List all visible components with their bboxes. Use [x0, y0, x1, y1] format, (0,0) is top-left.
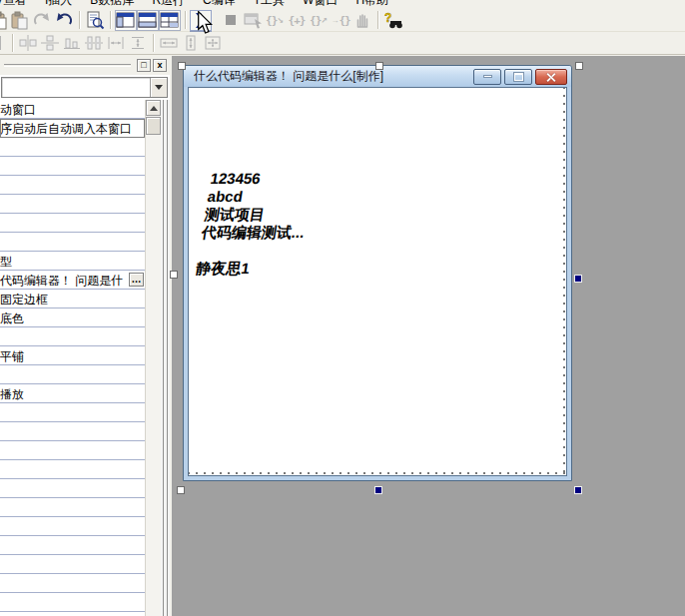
property-row-21[interactable] [0, 498, 145, 517]
menu-item-2[interactable]: B数据库 [81, 0, 143, 8]
selection-handle-mid-right[interactable] [574, 275, 582, 283]
property-grid: 动窗口序启动后自动调入本窗口型代码编辑器！ 问题是什…固定边框底色平铺播放 [0, 100, 145, 616]
selection-handle-top-right[interactable] [575, 62, 583, 70]
property-row-9[interactable]: 代码编辑器！ 问题是什… [0, 271, 145, 290]
property-row-text: 型 [0, 255, 12, 269]
property-row-text: 动窗口 [0, 103, 36, 117]
form-minimize-button[interactable] [473, 69, 501, 85]
help-search-icon[interactable]: ? [382, 10, 404, 31]
selection-handle-bottom-left[interactable] [177, 486, 185, 494]
align-bottom-icon [61, 33, 83, 54]
selection-handle-top-left[interactable] [178, 62, 186, 70]
panel-grip [4, 64, 131, 67]
same-height-icon [180, 33, 202, 54]
view-source-icon[interactable] [84, 10, 106, 31]
form-text-line-3: 代码编辑测试... [201, 224, 306, 242]
menu-item-7[interactable]: H帮助 [346, 0, 397, 8]
property-row-text: 平铺 [0, 349, 24, 363]
panel-titlebar[interactable]: □ x [0, 56, 170, 75]
form-close-button[interactable] [535, 69, 567, 85]
center-horizontal-icon [17, 33, 39, 54]
toolbar-separator [185, 11, 186, 29]
selection-handle-top-center[interactable] [375, 62, 383, 70]
layout-grid-icon[interactable] [159, 10, 181, 31]
clipboard-cut-icon[interactable] [0, 10, 9, 31]
panel-close-button[interactable]: x [153, 59, 167, 72]
property-row-18[interactable] [0, 441, 145, 460]
step-out-icon: {}↗ [308, 10, 330, 31]
menu-item-5[interactable]: T工具 [245, 0, 294, 8]
panel-maximize-button[interactable]: □ [137, 59, 151, 72]
menu-item-4[interactable]: C编译 [194, 0, 245, 8]
property-row-text: 底色 [0, 311, 24, 325]
property-row-4[interactable] [0, 176, 145, 195]
workspace: □ x 动窗口序启动后自动调入本窗口型代码编辑器！ 问题是什…固定边框底色平铺播… [0, 56, 685, 616]
property-row-8[interactable]: 型 [0, 252, 145, 271]
menu-item-6[interactable]: W窗口 [294, 0, 346, 8]
property-row-19[interactable] [0, 460, 145, 479]
align-middle-icon [83, 33, 105, 54]
property-row-24[interactable] [0, 555, 145, 574]
property-row-11[interactable]: 底色 [0, 308, 145, 327]
layout-program-icon[interactable] [115, 10, 137, 31]
designed-form-window[interactable]: 什么代码编辑器！ 问题是什么[制作] 123456abcd测试项目代码编辑测试.… [183, 65, 572, 481]
form-designer-area[interactable]: 什么代码编辑器！ 问题是什么[制作] 123456abcd测试项目代码编辑测试.… [172, 56, 685, 616]
property-row-text: 代码编辑器！ 问题是什 [0, 274, 123, 288]
menu-item-1[interactable]: I插入 [36, 0, 81, 8]
toolbar-separator [12, 34, 13, 52]
form-client-area[interactable]: 123456abcd测试项目代码编辑测试... 静夜思1 [188, 87, 567, 476]
mouse-cursor-icon [197, 11, 213, 35]
object-selector-combo[interactable] [1, 77, 168, 98]
toolbar-separator [153, 34, 154, 52]
same-width-icon [158, 33, 180, 54]
combo-value [2, 78, 150, 97]
property-row-17[interactable] [0, 422, 145, 441]
property-row-15[interactable]: 播放 [0, 384, 145, 403]
menu-item-0[interactable]: V查看 [0, 0, 36, 8]
menu-bar: V查看I插入B数据库R运行C编译T工具W窗口H帮助 [0, 0, 685, 8]
scroll-up-button[interactable] [146, 100, 161, 116]
property-row-12[interactable] [0, 327, 145, 346]
property-row-13[interactable]: 平铺 [0, 346, 145, 365]
property-ellipsis-button[interactable]: … [129, 273, 144, 287]
property-row-6[interactable] [0, 214, 145, 233]
selection-handle-bottom-center[interactable] [374, 486, 382, 494]
undo-icon[interactable] [53, 10, 75, 31]
selection-handle-bottom-right[interactable] [574, 486, 582, 494]
property-row-5[interactable] [0, 195, 145, 214]
center-vertical-icon [39, 33, 61, 54]
space-horizontal-icon [105, 33, 127, 54]
property-row-22[interactable] [0, 517, 145, 536]
property-row-25[interactable] [0, 574, 145, 593]
menu-item-3[interactable]: R运行 [143, 0, 194, 8]
property-row-16[interactable] [0, 403, 145, 422]
form-maximize-button[interactable] [504, 69, 532, 85]
form-text-line-5: 静夜思1 [195, 260, 300, 278]
pause-icon [351, 10, 373, 31]
form-label-control[interactable]: 123456abcd测试项目代码编辑测试... 静夜思1 [195, 170, 315, 278]
property-row-3[interactable] [0, 157, 145, 176]
property-row-1[interactable]: 序启动后自动调入本窗口 [0, 119, 145, 138]
menu-bar-clip: V查看I插入B数据库R运行C编译T工具W窗口H帮助 [0, 0, 685, 9]
run-to-cursor-icon: →{} [330, 10, 351, 31]
align-left-cut-icon [0, 33, 8, 54]
design-grid-dots-right [557, 88, 566, 475]
property-row-23[interactable] [0, 536, 145, 555]
form-text-line-0: 123456 [209, 170, 314, 188]
property-row-20[interactable] [0, 479, 145, 498]
toolbar-separator [377, 11, 378, 29]
combo-dropdown-button[interactable] [150, 78, 167, 97]
scrollbar-thumb[interactable] [146, 117, 161, 135]
property-row-0[interactable]: 动窗口 [0, 100, 145, 119]
debug-window-icon [242, 10, 264, 31]
property-grid-scrollbar[interactable] [145, 100, 161, 616]
step-over-icon: {+} [286, 10, 308, 31]
layout-split-icon[interactable] [137, 10, 159, 31]
property-row-7[interactable] [0, 233, 145, 252]
property-row-26[interactable] [0, 593, 145, 612]
selection-handle-mid-left[interactable] [170, 271, 178, 279]
form-text-line-4 [198, 242, 303, 260]
property-row-10[interactable]: 固定边框 [0, 290, 145, 308]
property-row-14[interactable] [0, 365, 145, 384]
property-row-2[interactable] [0, 138, 145, 157]
